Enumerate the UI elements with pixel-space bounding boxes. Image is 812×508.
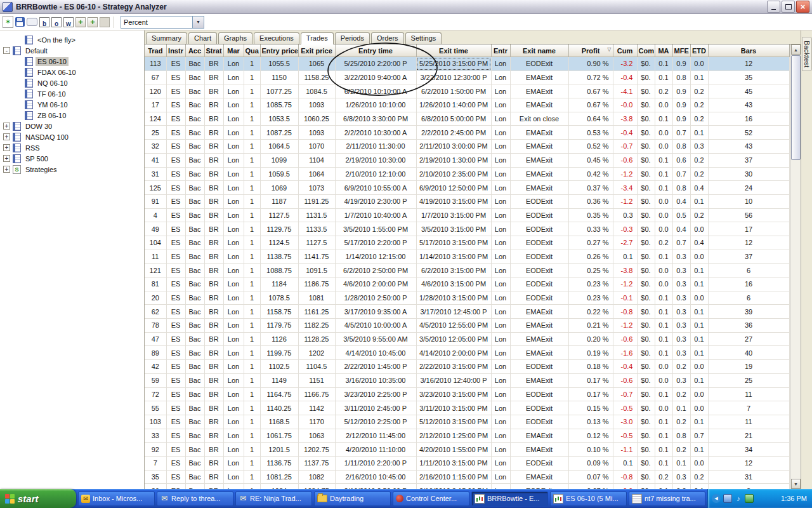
trade-cell[interactable]: Bac (185, 484, 204, 489)
trade-cell[interactable]: -0.5 (613, 401, 637, 415)
trade-cell[interactable]: BR (204, 332, 223, 346)
trade-cell[interactable]: 11 (145, 250, 166, 264)
trade-cell[interactable]: 1104 (298, 153, 335, 167)
trade-cell[interactable]: 0.3 (672, 277, 690, 291)
trade-cell[interactable]: 7 (145, 456, 166, 470)
trade-cell[interactable]: 4/19/2010 2:30:00 P (335, 194, 416, 208)
trade-cell[interactable]: Bac (185, 360, 204, 374)
trade-cell[interactable]: 0.64 % (568, 112, 613, 126)
trade-cell[interactable]: 0.1 (655, 181, 672, 195)
trade-cell[interactable]: 1 (244, 84, 260, 98)
trade-cell[interactable]: 37 (708, 250, 789, 264)
trade-cell[interactable]: 25 (145, 126, 166, 140)
trade-cell[interactable]: 1 (244, 264, 260, 277)
trade-cell[interactable]: Bac (185, 277, 204, 291)
trade-cell[interactable]: 3/23/2010 3:15:00 PM (416, 387, 491, 401)
trade-cell[interactable]: 104 (145, 236, 166, 250)
trade-cell[interactable]: 0.53 % (568, 126, 613, 140)
trade-cell[interactable]: EODExit (510, 236, 568, 250)
trade-cell[interactable]: BR (204, 126, 223, 140)
trade-cell[interactable]: ES (166, 236, 185, 250)
trade-cell[interactable]: 1 (244, 443, 260, 457)
trade-cell[interactable]: Bac (185, 373, 204, 387)
trade-cell[interactable]: 1136.75 (260, 456, 298, 470)
trade-cell[interactable]: 1141.75 (298, 250, 335, 264)
trade-cell[interactable]: 1081 (298, 291, 335, 305)
trade-cell[interactable]: 3/5/2010 9:55:00 AM (335, 332, 416, 346)
trade-cell[interactable]: 36 (145, 484, 166, 489)
trade-cell[interactable]: 12 (708, 236, 789, 250)
trade-cell[interactable]: Bac (185, 208, 204, 222)
trade-cell[interactable]: Lon (491, 332, 510, 346)
trade-cell[interactable]: 1 (244, 429, 260, 443)
trade-cell[interactable]: 1/11/2010 3:15:00 PM (416, 456, 491, 470)
trade-cell[interactable]: 4/14/2010 2:00:00 PM (416, 346, 491, 360)
trade-cell[interactable]: 1/28/2010 3:15:00 PM (416, 291, 491, 305)
trade-cell[interactable]: 6 (708, 291, 789, 305)
trade-cell[interactable]: 0.12 % (568, 429, 613, 443)
trade-cell[interactable]: 0.4 (690, 236, 708, 250)
trade-cell[interactable]: -0.4 (613, 360, 637, 374)
trade-cell[interactable]: $0. (637, 70, 655, 84)
trade-cell[interactable]: 1065 (298, 57, 335, 71)
trade-cell[interactable]: 1064 (298, 167, 335, 181)
trade-cell[interactable]: Bac (185, 415, 204, 429)
trade-cell[interactable]: 0.1 (690, 264, 708, 277)
trade-cell[interactable]: EODExit (510, 264, 568, 277)
trade-cell[interactable]: Lon (491, 181, 510, 195)
trade-cell[interactable]: 1 (244, 57, 260, 71)
trade-cell[interactable]: Lon (491, 277, 510, 291)
trade-cell[interactable]: Bac (185, 194, 204, 208)
trade-cell[interactable]: EODExit (510, 387, 568, 401)
trade-cell[interactable]: -3.8 (613, 264, 637, 277)
trade-cell[interactable]: 6/8/2010 3:30:00 PM (335, 112, 416, 126)
trade-cell[interactable]: Bac (185, 181, 204, 195)
column-header-etd[interactable]: ETD (690, 44, 708, 57)
trade-cell[interactable]: Lon (223, 250, 244, 264)
trade-cell[interactable]: 33 (145, 429, 166, 443)
trade-cell[interactable]: 0.0 (690, 456, 708, 470)
trade-cell[interactable]: ES (166, 360, 185, 374)
trade-cell[interactable]: 3/17/2010 12:45:00 P (416, 305, 491, 319)
trade-cell[interactable]: 0.45 % (568, 153, 613, 167)
trade-cell[interactable]: -4.1 (613, 84, 637, 98)
trade-cell[interactable]: 4/19/2010 3:15:00 PM (416, 194, 491, 208)
trade-cell[interactable]: 0.1 (655, 167, 672, 181)
expand-icon[interactable]: + (3, 144, 10, 151)
trade-cell[interactable]: Lon (491, 264, 510, 277)
trade-cell[interactable]: -0.7 (613, 140, 637, 154)
trade-cell[interactable]: 31 (145, 167, 166, 181)
trade-cell[interactable]: ES (166, 429, 185, 443)
trade-cell[interactable]: $0. (637, 167, 655, 181)
maximize-button[interactable] (782, 1, 795, 13)
tab-settings[interactable]: Settings (405, 32, 442, 44)
trade-cell[interactable]: Bac (185, 57, 204, 71)
trade-cell[interactable]: Bac (185, 470, 204, 484)
trade-cell[interactable]: 3/5/2010 3:15:00 PM (416, 222, 491, 236)
trade-cell[interactable]: Lon (491, 456, 510, 470)
trade-cell[interactable]: 0.1 (690, 70, 708, 84)
trade-cell[interactable]: Bac (185, 456, 204, 470)
column-header-entry-time[interactable]: Entry time (335, 44, 416, 57)
trade-cell[interactable]: EODExit (510, 194, 568, 208)
trade-cell[interactable]: ES (166, 415, 185, 429)
taskbar-button-re-ninja-trad[interactable]: ✉RE: Ninja Trad... (235, 491, 312, 506)
trade-cell[interactable]: Lon (223, 112, 244, 126)
trade-cell[interactable]: 3/5/2010 12:05:00 PM (416, 332, 491, 346)
trade-cell[interactable]: 0.9 (672, 84, 690, 98)
tab-summary[interactable]: Summary (146, 32, 187, 44)
trade-cell[interactable]: 0.0 (690, 291, 708, 305)
trade-cell[interactable]: 1084 (260, 484, 298, 489)
trade-cell[interactable]: 0.22 % (568, 305, 613, 319)
trade-cell[interactable]: $0. (637, 140, 655, 154)
trade-cell[interactable]: 1 (244, 112, 260, 126)
trade-cell[interactable]: Lon (223, 360, 244, 374)
trade-cell[interactable]: Lon (491, 140, 510, 154)
trade-cell[interactable]: 6/8/2010 5:00:00 PM (416, 112, 491, 126)
trade-cell[interactable]: Bac (185, 332, 204, 346)
column-header-ma[interactable]: MA (655, 44, 672, 57)
taskbar-button-daytrading[interactable]: Daytrading (314, 491, 391, 506)
expand-icon[interactable]: + (3, 133, 10, 140)
trade-cell[interactable]: 7 (708, 401, 789, 415)
trade-cell[interactable]: 16 (708, 112, 789, 126)
